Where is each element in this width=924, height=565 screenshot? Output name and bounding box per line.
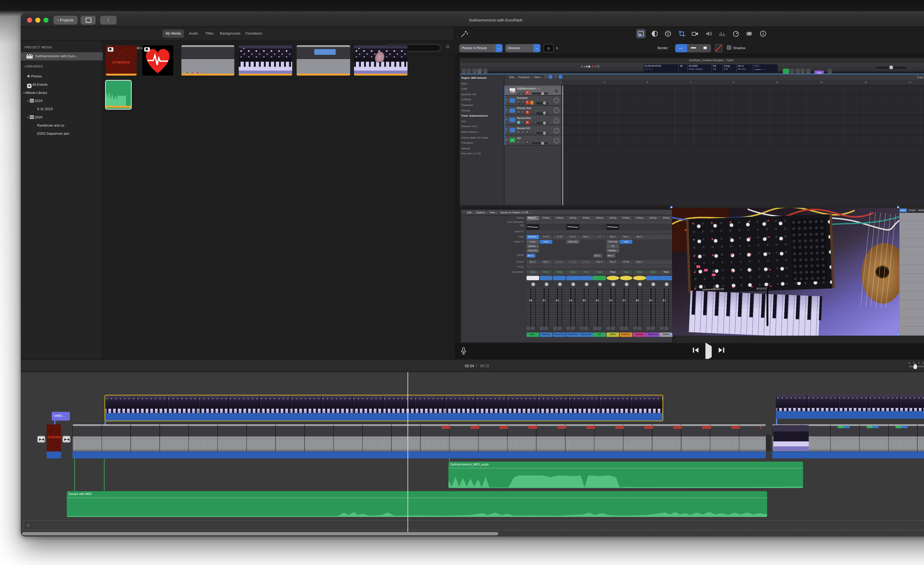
zoom-slider-thumb[interactable]: [913, 364, 917, 369]
color-correction-icon[interactable]: [663, 29, 673, 39]
pip-video[interactable]: SUBHARMONICON moog: [672, 208, 899, 336]
color-balance-icon[interactable]: [650, 29, 659, 39]
logic-tracks-menu: Edit ⌄ Functions ⌄ View ⌄ Snap: Smart ⌄ …: [504, 74, 924, 80]
timeline-playhead[interactable]: [408, 372, 408, 532]
disclosure-triangle-icon[interactable]: ▾: [21, 99, 29, 103]
usage-bar: [239, 74, 292, 76]
timeline-overlay-clip-2[interactable]: [776, 395, 924, 419]
filters-icon[interactable]: [744, 29, 754, 39]
shadow-checkbox[interactable]: [727, 45, 731, 50]
disclosure-triangle-icon[interactable]: ▾: [21, 116, 29, 119]
year-2020-label: 2020: [35, 115, 42, 119]
viewer-pane: Reset All Picture in Picture ⌄ Dissolve …: [455, 27, 924, 359]
tab-audio[interactable]: Audio: [186, 30, 201, 38]
next-frame-button[interactable]: [718, 348, 724, 352]
tab-transitions[interactable]: Transitions: [242, 30, 266, 38]
filmstrip: [105, 396, 663, 413]
overlay-mode-dropdown[interactable]: Picture in Picture ⌄: [459, 44, 502, 52]
tab-backgrounds[interactable]: Backgrounds: [217, 30, 243, 38]
sidebar-item-project[interactable]: Subharmonicon with Euro...: [21, 52, 103, 60]
audio-track-icon: [509, 128, 515, 132]
media-browser-pane: My Media Audio Titles Backgrounds Transi…: [21, 27, 454, 359]
border-color-well[interactable]: [715, 44, 722, 52]
transition-icon[interactable]: [37, 436, 45, 442]
border-none-segment[interactable]: •••: [675, 44, 687, 52]
title-connection-stem: [54, 421, 55, 424]
tab-my-media[interactable]: My Media: [162, 30, 184, 38]
sidebar-item-imovie-library[interactable]: ▾ iMovie Library: [21, 89, 103, 97]
clip-thumbnail-synth-hand[interactable]: [354, 45, 408, 76]
collapsed-clip-pill[interactable]: [766, 435, 771, 451]
mixer-channel-names: Subh..EurorackRecord SubRecord RevRecord…: [526, 333, 673, 337]
transition-icon[interactable]: [62, 436, 70, 442]
audio-waveform: [448, 472, 803, 488]
clip-thumbnail-logic-screen-2[interactable]: [297, 45, 350, 76]
speed-icon[interactable]: [731, 29, 740, 39]
sidebar-item-5-11-2019[interactable]: 5-11-2019: [21, 105, 103, 113]
horizontal-scrollbar[interactable]: [22, 532, 498, 535]
current-time: 02:24: [465, 360, 474, 372]
viewer-video[interactable]: EuroRack_SubharmTemplate - Tracks «»■▶●●…: [459, 58, 924, 343]
border-style-segmented-control: •••: [675, 44, 711, 52]
sidebar-item-2019[interactable]: ▾ 2019: [21, 97, 103, 105]
disclosure-triangle-icon[interactable]: ▾: [21, 91, 26, 94]
hand-graphic: [374, 51, 386, 64]
logic-inspector: Region: MIDI Defaults Mute: Loop: Quanti…: [459, 74, 504, 205]
noise-reduction-icon[interactable]: [717, 29, 727, 39]
tab-titles[interactable]: Titles: [202, 30, 217, 38]
voiceover-mic-icon[interactable]: [460, 347, 467, 355]
clip-audio-section: [776, 411, 924, 419]
timeline-main-clip-2[interactable]: [772, 424, 924, 459]
play-button[interactable]: [705, 346, 712, 358]
enhance-wand-icon[interactable]: [460, 30, 468, 38]
overlay-settings-icon[interactable]: [636, 29, 645, 39]
timeline-title-clip[interactable]: UNBO...: [51, 412, 70, 421]
clip-thumbnail-syndrive[interactable]: SYNDRIVE: [106, 45, 137, 76]
clip-appearance-icon[interactable]: ☼: [445, 43, 450, 49]
timeline-audio-clip-screen[interactable]: Screen with MIDI: [67, 491, 767, 517]
sidebar-item-zaquencer[interactable]: E003 Zaquencer jam: [21, 130, 103, 138]
title-bar: ‹ Projects ♪ ↓ Subharmonicon with EuroRa…: [21, 13, 924, 27]
clip-thumbnail-audio[interactable]: [105, 80, 132, 109]
duration-field[interactable]: 0: [543, 44, 554, 52]
clip-audio-section: [772, 451, 924, 459]
border-thick-segment[interactable]: [699, 44, 711, 52]
previous-frame-button[interactable]: [693, 348, 698, 352]
subharmonicon-synth: SUBHARMONICON moog: [686, 214, 834, 294]
mixer-faders: [526, 288, 673, 326]
sidebar-item-rackbrute[interactable]: Rackbrute and co: [21, 121, 103, 130]
pip-handle-top-left[interactable]: [670, 206, 672, 208]
stabilization-icon[interactable]: [690, 29, 700, 39]
border-line-segment[interactable]: [687, 44, 699, 52]
audio-connection-stem: [449, 459, 450, 462]
event-zaquencer-label: E003 Zaquencer jam: [37, 132, 69, 135]
total-time: 08:15: [480, 360, 489, 372]
usage-bar: [106, 106, 131, 108]
clip-thumbnail-logic-screen-1[interactable]: [182, 45, 234, 76]
sidebar-item-2020[interactable]: ▾ 2020: [21, 113, 103, 121]
clip-thumbnail-synth-1[interactable]: [239, 45, 292, 76]
synth-patchbay: [790, 218, 828, 282]
transition-dropdown[interactable]: Dissolve ⌄: [505, 44, 540, 52]
timeline-overlay-clip-selected[interactable]: [105, 395, 663, 421]
volume-icon[interactable]: [704, 29, 713, 39]
timeline-audio-clip-subharmonicon[interactable]: Subharmonicon_MIDI_audio: [448, 462, 803, 488]
keyboard-track-icon: [509, 88, 515, 93]
crop-icon[interactable]: [677, 29, 686, 39]
sidebar-item-photos[interactable]: ✽ Photos: [21, 72, 103, 81]
clapperboard-icon: [26, 54, 33, 58]
year-2019-label: 2019: [35, 99, 42, 103]
syndrive-clip-label: SYNDRIVE: [46, 436, 61, 439]
clip-thumbnail-heart[interactable]: [142, 45, 173, 76]
timeline-clip-syndrive[interactable]: SYNDRIVE: [46, 424, 61, 459]
mixer-ms-buttons: [526, 327, 673, 330]
info-icon[interactable]: [758, 29, 768, 39]
all-events-label: All Events: [32, 82, 48, 86]
music-note-icon: ♫: [26, 523, 30, 527]
timeline-zoom-slider[interactable]: [909, 366, 924, 367]
audio-track-icon: [509, 108, 515, 112]
sidebar-item-all-events[interactable]: ★ All Events: [21, 81, 103, 89]
mixer-view-tabs: Input Output Master/VCA MIDI: [899, 208, 924, 213]
logic-window-title: EuroRack_SubharmTemplate - Tracks: [459, 58, 924, 63]
timeline-main-clip-1[interactable]: [72, 424, 766, 459]
